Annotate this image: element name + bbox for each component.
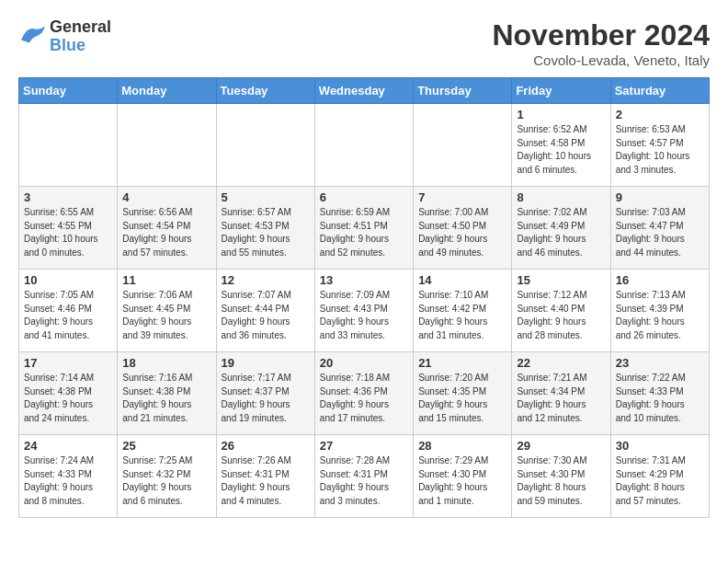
day-number: 9 [616,190,704,204]
day-info: Sunrise: 7:16 AM Sunset: 4:38 PM Dayligh… [122,372,210,425]
day-number: 1 [517,108,605,121]
day-info: Sunrise: 7:10 AM Sunset: 4:42 PM Dayligh… [418,289,506,342]
logo-bird-icon [18,23,46,46]
day-info: Sunrise: 7:17 AM Sunset: 4:37 PM Dayligh… [222,372,310,425]
calendar-day-3: 3Sunrise: 6:55 AM Sunset: 4:55 PM Daylig… [19,187,118,270]
weekday-header-friday: Friday [512,78,610,104]
calendar-day-7: 7Sunrise: 7:00 AM Sunset: 4:50 PM Daylig… [414,187,512,270]
logo-text: General Blue [50,18,111,55]
calendar-day-18: 18Sunrise: 7:16 AM Sunset: 4:38 PM Dayli… [118,352,216,435]
calendar-week-row: 3Sunrise: 6:55 AM Sunset: 4:55 PM Daylig… [19,187,710,270]
day-info: Sunrise: 7:00 AM Sunset: 4:50 PM Dayligh… [418,206,506,259]
day-info: Sunrise: 7:31 AM Sunset: 4:29 PM Dayligh… [616,454,704,508]
day-info: Sunrise: 7:06 AM Sunset: 4:45 PM Dayligh… [122,289,210,342]
day-number: 19 [222,356,310,370]
calendar-day-26: 26Sunrise: 7:26 AM Sunset: 4:31 PM Dayli… [216,435,314,518]
calendar-day-empty [314,104,413,187]
day-number: 16 [616,273,704,287]
calendar-week-row: 17Sunrise: 7:14 AM Sunset: 4:38 PM Dayli… [19,352,710,435]
day-info: Sunrise: 7:14 AM Sunset: 4:38 PM Dayligh… [24,372,112,425]
day-number: 22 [517,356,605,370]
calendar-week-row: 1Sunrise: 6:52 AM Sunset: 4:58 PM Daylig… [19,104,710,187]
day-number: 13 [320,273,408,287]
calendar-day-17: 17Sunrise: 7:14 AM Sunset: 4:38 PM Dayli… [19,352,118,435]
day-number: 10 [24,273,112,287]
weekday-header-tuesday: Tuesday [216,78,314,104]
day-info: Sunrise: 7:26 AM Sunset: 4:31 PM Dayligh… [222,454,310,508]
calendar-day-16: 16Sunrise: 7:13 AM Sunset: 4:39 PM Dayli… [610,270,709,352]
day-number: 3 [24,190,112,204]
calendar-day-21: 21Sunrise: 7:20 AM Sunset: 4:35 PM Dayli… [414,352,512,435]
day-info: Sunrise: 7:05 AM Sunset: 4:46 PM Dayligh… [24,289,112,342]
calendar-week-row: 10Sunrise: 7:05 AM Sunset: 4:46 PM Dayli… [19,270,710,352]
day-number: 23 [616,356,704,370]
day-info: Sunrise: 6:59 AM Sunset: 4:51 PM Dayligh… [320,206,408,259]
day-info: Sunrise: 7:12 AM Sunset: 4:40 PM Dayligh… [517,289,605,342]
weekday-header-saturday: Saturday [610,78,709,104]
calendar-day-28: 28Sunrise: 7:29 AM Sunset: 4:30 PM Dayli… [414,435,512,518]
calendar-day-empty [19,104,118,187]
day-info: Sunrise: 6:56 AM Sunset: 4:54 PM Dayligh… [122,206,210,259]
calendar-day-15: 15Sunrise: 7:12 AM Sunset: 4:40 PM Dayli… [512,270,610,352]
day-info: Sunrise: 7:25 AM Sunset: 4:32 PM Dayligh… [122,454,210,508]
calendar-day-10: 10Sunrise: 7:05 AM Sunset: 4:46 PM Dayli… [19,270,118,352]
day-info: Sunrise: 7:02 AM Sunset: 4:49 PM Dayligh… [517,206,605,259]
calendar-day-14: 14Sunrise: 7:10 AM Sunset: 4:42 PM Dayli… [414,270,512,352]
day-info: Sunrise: 7:29 AM Sunset: 4:30 PM Dayligh… [418,454,506,508]
day-number: 11 [122,273,210,287]
calendar-day-empty [414,104,512,187]
calendar-day-empty [216,104,314,187]
calendar-day-19: 19Sunrise: 7:17 AM Sunset: 4:37 PM Dayli… [216,352,314,435]
calendar-day-8: 8Sunrise: 7:02 AM Sunset: 4:49 PM Daylig… [512,187,610,270]
weekday-header-sunday: Sunday [19,78,118,104]
day-number: 21 [418,356,506,370]
day-number: 27 [320,439,408,453]
month-title: November 2024 [492,18,710,52]
calendar-day-27: 27Sunrise: 7:28 AM Sunset: 4:31 PM Dayli… [314,435,413,518]
title-block: November 2024 Covolo-Levada, Veneto, Ita… [492,18,710,68]
day-number: 4 [122,190,210,204]
weekday-header-thursday: Thursday [414,78,512,104]
weekday-header-wednesday: Wednesday [314,78,413,104]
calendar-day-11: 11Sunrise: 7:06 AM Sunset: 4:45 PM Dayli… [118,270,216,352]
weekday-header-row: SundayMondayTuesdayWednesdayThursdayFrid… [19,78,710,104]
calendar-day-9: 9Sunrise: 7:03 AM Sunset: 4:47 PM Daylig… [610,187,709,270]
day-number: 8 [517,190,605,204]
day-number: 5 [222,190,310,204]
day-info: Sunrise: 6:53 AM Sunset: 4:57 PM Dayligh… [616,123,704,177]
calendar-day-13: 13Sunrise: 7:09 AM Sunset: 4:43 PM Dayli… [314,270,413,352]
day-number: 26 [222,439,310,453]
day-number: 12 [222,273,310,287]
calendar-day-6: 6Sunrise: 6:59 AM Sunset: 4:51 PM Daylig… [314,187,413,270]
calendar-day-25: 25Sunrise: 7:25 AM Sunset: 4:32 PM Dayli… [118,435,216,518]
day-info: Sunrise: 7:24 AM Sunset: 4:33 PM Dayligh… [24,454,112,508]
day-info: Sunrise: 6:55 AM Sunset: 4:55 PM Dayligh… [24,206,112,259]
calendar-day-4: 4Sunrise: 6:56 AM Sunset: 4:54 PM Daylig… [118,187,216,270]
day-info: Sunrise: 7:18 AM Sunset: 4:36 PM Dayligh… [320,372,408,425]
calendar-day-30: 30Sunrise: 7:31 AM Sunset: 4:29 PM Dayli… [610,435,709,518]
day-info: Sunrise: 6:57 AM Sunset: 4:53 PM Dayligh… [222,206,310,259]
day-number: 15 [517,273,605,287]
day-info: Sunrise: 7:09 AM Sunset: 4:43 PM Dayligh… [320,289,408,342]
calendar-day-1: 1Sunrise: 6:52 AM Sunset: 4:58 PM Daylig… [512,104,610,187]
day-info: Sunrise: 7:28 AM Sunset: 4:31 PM Dayligh… [320,454,408,508]
day-number: 2 [616,108,704,121]
day-number: 18 [122,356,210,370]
day-info: Sunrise: 7:20 AM Sunset: 4:35 PM Dayligh… [418,372,506,425]
day-info: Sunrise: 7:03 AM Sunset: 4:47 PM Dayligh… [616,206,704,259]
calendar-day-2: 2Sunrise: 6:53 AM Sunset: 4:57 PM Daylig… [610,104,709,187]
day-number: 30 [616,439,704,453]
calendar-day-24: 24Sunrise: 7:24 AM Sunset: 4:33 PM Dayli… [19,435,118,518]
day-info: Sunrise: 7:21 AM Sunset: 4:34 PM Dayligh… [517,372,605,425]
logo: General Blue [18,18,111,55]
weekday-header-monday: Monday [118,78,216,104]
day-number: 24 [24,439,112,453]
calendar-table: SundayMondayTuesdayWednesdayThursdayFrid… [18,77,710,518]
day-number: 7 [418,190,506,204]
day-number: 6 [320,190,408,204]
day-number: 17 [24,356,112,370]
day-number: 25 [122,439,210,453]
calendar-day-29: 29Sunrise: 7:30 AM Sunset: 4:30 PM Dayli… [512,435,610,518]
page-header: General Blue November 2024 Covolo-Levada… [18,18,710,68]
day-number: 14 [418,273,506,287]
